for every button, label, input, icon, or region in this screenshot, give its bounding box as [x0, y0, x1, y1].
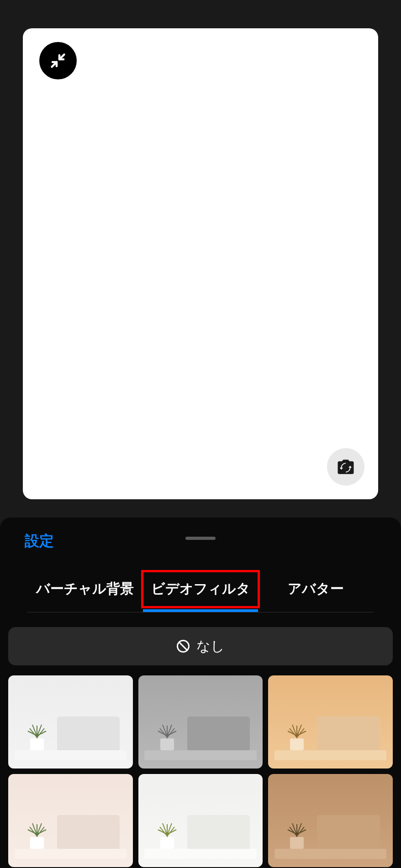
svg-line-3 — [179, 642, 187, 650]
settings-header: 設定 — [0, 518, 401, 559]
none-button-label: なし — [196, 637, 225, 656]
minimize-icon — [50, 52, 66, 69]
filter-preview — [268, 774, 393, 867]
filter-bright[interactable] — [138, 774, 263, 867]
filter-mono[interactable] — [138, 675, 263, 769]
tab-label: バーチャル背景 — [36, 581, 134, 596]
filter-preview — [8, 675, 133, 769]
tab-2[interactable]: アバター — [258, 571, 374, 612]
filter-preview — [8, 774, 133, 867]
none-filter-button[interactable]: なし — [8, 627, 393, 665]
settings-panel: 設定 バーチャル背景ビデオフィルタアバター なし — [0, 518, 401, 868]
filter-soft[interactable] — [8, 774, 133, 867]
filter-normal[interactable] — [8, 675, 133, 769]
camera-switch-icon — [336, 457, 355, 476]
filter-preview — [268, 675, 393, 769]
tabs: バーチャル背景ビデオフィルタアバター — [27, 571, 374, 612]
tab-label: ビデオフィルタ — [151, 581, 250, 596]
settings-title[interactable]: 設定 — [25, 531, 54, 551]
tab-label: アバター — [288, 581, 344, 596]
tab-1[interactable]: ビデオフィルタ — [143, 571, 259, 612]
video-preview — [23, 28, 378, 499]
filter-sepia[interactable] — [268, 774, 393, 867]
drag-handle[interactable] — [185, 537, 216, 540]
minimize-button[interactable] — [39, 42, 77, 79]
prohibit-icon — [176, 639, 190, 653]
filter-grid — [0, 665, 401, 867]
filter-preview — [138, 774, 263, 867]
filter-preview — [138, 675, 263, 769]
camera-switch-button[interactable] — [327, 448, 364, 486]
tab-0[interactable]: バーチャル背景 — [27, 571, 143, 612]
filter-warm[interactable] — [268, 675, 393, 769]
video-preview-container — [0, 0, 401, 518]
